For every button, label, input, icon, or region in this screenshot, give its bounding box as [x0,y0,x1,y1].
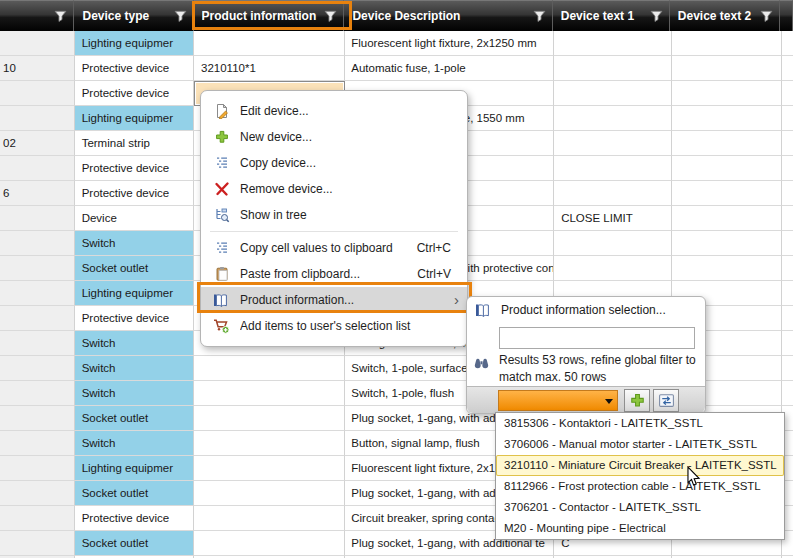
cell-extra[interactable] [782,331,793,356]
cell-product-information[interactable] [194,531,345,556]
cell-device-type[interactable]: Switch [75,231,194,256]
menu-item-copy-device[interactable]: Copy device... [201,150,467,176]
cell-device-type[interactable]: Switch [75,331,194,356]
cell-extra[interactable] [782,131,793,156]
product-combo-box[interactable] [498,390,618,411]
cell-device-type[interactable]: Lighting equipmer [75,456,194,481]
product-dropdown-item[interactable]: 3815306 - Kontaktori - LAITETK_SSTL [496,413,784,434]
cell-product-information[interactable] [194,481,345,506]
cell-device-type[interactable]: Socket outlet [75,256,194,281]
cell-device-text-1[interactable] [554,106,671,131]
cell-product-information[interactable] [194,431,345,456]
column-header-product-information[interactable]: Product information [194,0,345,31]
funnel-icon[interactable] [648,8,665,24]
cell-device-type[interactable]: Socket outlet [75,481,194,506]
menu-item-add-items-to-user-s-selection-list[interactable]: Add items to user's selection list [201,313,467,339]
cell-device-type[interactable]: Lighting equipmer [75,31,194,56]
cell-device-text-1[interactable] [554,231,671,256]
funnel-icon[interactable] [758,8,775,24]
cell-device-type[interactable]: Protective device [75,156,194,181]
cell-device-id[interactable] [0,406,75,431]
cell-device-id[interactable] [0,431,75,456]
cell-device-id[interactable]: 6 [0,181,75,206]
column-header-device-text-1[interactable]: Device text 1 [553,0,670,31]
column-header-6[interactable] [780,0,793,31]
cell-device-text-1[interactable] [554,31,671,56]
cell-device-type[interactable]: Socket outlet [75,531,194,556]
product-dropdown-item[interactable]: M20 - Mounting pipe - Electrical [496,518,784,539]
cell-device-description[interactable]: Automatic fuse, 1-pole [345,56,554,81]
funnel-icon[interactable] [172,8,189,24]
funnel-icon[interactable] [52,8,69,24]
cell-device-id[interactable] [0,31,75,56]
cell-device-text-2[interactable] [672,206,782,231]
cell-device-text-1[interactable] [554,81,671,106]
cell-device-id[interactable] [0,156,75,181]
product-filter-input[interactable] [499,327,695,349]
cell-device-id[interactable] [0,531,75,556]
cell-product-information[interactable]: 3210110*1 [194,56,345,81]
cell-device-id[interactable] [0,381,75,406]
cell-device-type[interactable]: Switch [75,356,194,381]
menu-item-show-in-tree[interactable]: Show in tree [201,202,467,228]
cell-device-type[interactable]: Lighting equipmer [75,281,194,306]
cell-device-type[interactable]: Protective device [75,306,194,331]
cell-extra[interactable] [782,31,793,56]
column-header-0[interactable] [0,0,74,31]
cell-device-type[interactable]: Lighting equipmer [75,106,194,131]
column-header-device-description[interactable]: Device Description [344,0,552,31]
column-header-device-text-2[interactable]: Device text 2 [670,0,780,31]
funnel-icon[interactable] [322,8,339,24]
cell-extra[interactable] [782,206,793,231]
cell-product-information[interactable] [194,506,345,531]
cell-device-text-2[interactable] [672,181,782,206]
cell-extra[interactable] [782,356,793,381]
cell-device-id[interactable] [0,256,75,281]
cell-device-id[interactable] [0,231,75,256]
cell-device-type[interactable]: Protective device [75,506,194,531]
cell-device-id[interactable] [0,506,75,531]
cell-device-id[interactable]: 10 [0,56,75,81]
cell-extra[interactable] [782,381,793,406]
cell-extra[interactable] [782,306,793,331]
cell-extra[interactable] [782,281,793,306]
cell-device-id[interactable] [0,306,75,331]
cell-device-id[interactable]: 02 [0,131,75,156]
cell-device-text-2[interactable] [672,156,782,181]
cell-device-text-1[interactable] [554,256,671,281]
menu-item-remove-device[interactable]: Remove device... [201,176,467,202]
cell-extra[interactable] [782,106,793,131]
cell-device-type[interactable]: Protective device [75,181,194,206]
cell-device-text-1[interactable] [554,56,671,81]
cell-device-id[interactable] [0,331,75,356]
cell-device-text-2[interactable] [672,256,782,281]
cell-device-text-1[interactable] [554,181,671,206]
add-product-button[interactable] [624,389,650,412]
swap-view-button[interactable] [653,389,679,412]
cell-device-id[interactable] [0,456,75,481]
cell-device-type[interactable]: Socket outlet [75,406,194,431]
menu-item-paste-from-clipboard[interactable]: Paste from clipboard...Ctrl+V [201,261,467,287]
cell-device-type[interactable]: Protective device [75,81,194,106]
product-dropdown-item[interactable]: 3706006 - Manual motor starter - LAITETK… [496,434,784,455]
cell-device-text-2[interactable] [672,81,782,106]
cell-product-information[interactable] [194,381,345,406]
cell-device-text-2[interactable] [672,131,782,156]
cell-device-text-2[interactable] [672,31,782,56]
cell-device-text-2[interactable] [672,106,782,131]
product-dropdown-item[interactable]: 3706201 - Contactor - LAITETK_SSTL [496,497,784,518]
cell-extra[interactable] [782,156,793,181]
cell-device-text-2[interactable] [672,231,782,256]
cell-extra[interactable] [782,256,793,281]
cell-device-id[interactable] [0,481,75,506]
cell-device-type[interactable]: Protective device [75,56,194,81]
cell-device-text-1[interactable] [554,156,671,181]
menu-item-copy-cell-values-to-clipboard[interactable]: Copy cell values to clipboardCtrl+C [201,235,467,261]
column-header-device-type[interactable]: Device type [74,0,193,31]
menu-item-new-device[interactable]: New device... [201,124,467,150]
cell-device-id[interactable] [0,206,75,231]
cell-device-description[interactable]: Fluorescent light fixture, 2x1250 mm [345,31,554,56]
product-dropdown-item[interactable]: 8112966 - Frost protection cable - LAITE… [496,476,784,497]
table-row[interactable]: Lighting equipmerFluorescent light fixtu… [0,31,793,56]
table-row[interactable]: 10Protective device3210110*1Automatic fu… [0,56,793,81]
